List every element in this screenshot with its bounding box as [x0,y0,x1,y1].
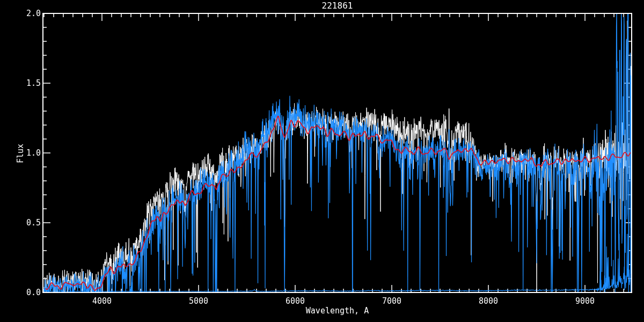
y-tick-label: 0.5 [16,218,41,228]
y-tick-label: 0.0 [16,288,41,297]
spectrum-plot: 221861 Flux Wavelength, A 2.0 1.5 1.0 0.… [0,0,644,322]
x-tick-label: 6000 [279,296,311,306]
y-tick-label: 1.5 [16,78,41,88]
x-tick-label: 7000 [376,296,408,306]
x-tick-label: 8000 [472,296,504,306]
y-tick-label: 1.0 [16,148,41,158]
plot-title: 221861 [43,1,632,11]
y-tick-label: 2.0 [16,9,41,18]
x-tick-label: 4000 [86,296,118,306]
x-tick-label: 9000 [569,296,601,306]
spectrum-canvas [0,0,644,322]
x-axis-label: Wavelength, A [43,306,632,316]
x-tick-label: 5000 [182,296,215,306]
